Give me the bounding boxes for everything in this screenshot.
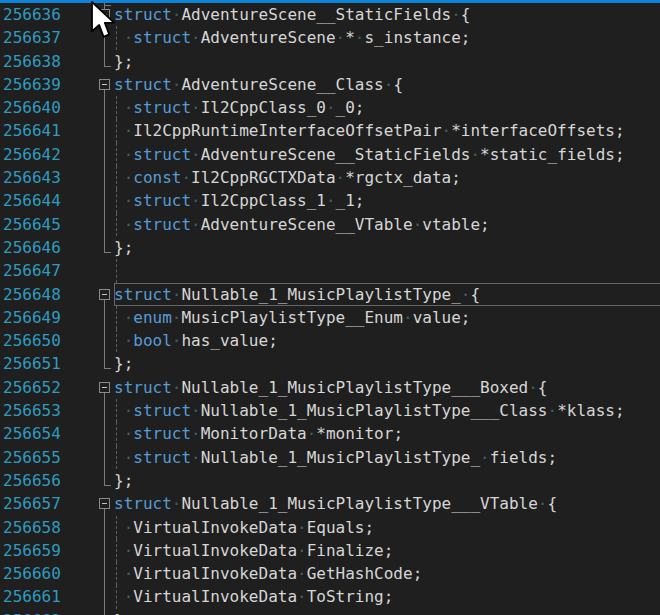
code-text[interactable]: }; <box>114 609 660 615</box>
line-number[interactable]: 256646 <box>0 236 91 259</box>
code-text[interactable]: ·VirtualInvokeData·Equals; <box>114 516 660 539</box>
indent-guide <box>116 96 117 119</box>
identifier-token: AdventureScene__VTable <box>201 215 413 234</box>
line-number[interactable]: 256639 <box>0 73 91 96</box>
line-number[interactable]: 256644 <box>0 189 91 212</box>
code-line[interactable]: 256637 ·struct·AdventureScene·*·s_instan… <box>0 26 660 49</box>
fold-toggle[interactable] <box>91 492 114 515</box>
whitespace-dot: · <box>191 448 201 467</box>
fold-margin <box>91 236 114 259</box>
code-text[interactable]: ·struct·MonitorData·*monitor; <box>114 422 660 445</box>
line-number[interactable]: 256657 <box>0 492 91 515</box>
code-text[interactable]: ·Il2CppRuntimeInterfaceOffsetPair·*inter… <box>114 119 660 142</box>
code-line[interactable]: 256643 ·const·Il2CppRGCTXData·*rgctx_dat… <box>0 166 660 189</box>
line-number[interactable]: 256645 <box>0 213 91 236</box>
indent-guide <box>116 26 117 49</box>
line-number[interactable]: 256658 <box>0 516 91 539</box>
code-line[interactable]: 256647 <box>0 259 660 282</box>
code-text[interactable]: struct·Nullable_1_MusicPlaylistType_·{ <box>114 283 660 306</box>
code-text[interactable]: ·const·Il2CppRGCTXData·*rgctx_data; <box>114 166 660 189</box>
code-line[interactable]: 256651}; <box>0 352 660 375</box>
identifier-token: MonitorData <box>201 424 307 443</box>
line-number[interactable]: 256662 <box>0 609 91 615</box>
code-line[interactable]: 256657struct·Nullable_1_MusicPlaylistTyp… <box>0 492 660 515</box>
fold-toggle[interactable] <box>91 3 114 26</box>
code-line[interactable]: 256636struct·AdventureScene__StaticField… <box>0 3 660 26</box>
code-text[interactable]: struct·AdventureScene__Class·{ <box>114 73 660 96</box>
code-text[interactable]: struct·Nullable_1_MusicPlaylistType___VT… <box>114 492 660 515</box>
code-line[interactable]: 256645 ·struct·AdventureScene__VTable·vt… <box>0 213 660 236</box>
line-number[interactable]: 256660 <box>0 562 91 585</box>
line-number[interactable]: 256641 <box>0 119 91 142</box>
code-text[interactable]: ·struct·Nullable_1_MusicPlaylistType___C… <box>114 399 660 422</box>
code-line[interactable]: 256661 ·VirtualInvokeData·ToString; <box>0 585 660 608</box>
code-text[interactable] <box>114 259 660 282</box>
line-number[interactable]: 256661 <box>0 585 91 608</box>
code-text[interactable]: ·VirtualInvokeData·ToString; <box>114 585 660 608</box>
code-line[interactable]: 256655 ·struct·Nullable_1_MusicPlaylistT… <box>0 446 660 469</box>
identifier-token: vtable; <box>422 215 489 234</box>
code-line[interactable]: 256658 ·VirtualInvokeData·Equals; <box>0 516 660 539</box>
code-text[interactable]: struct·Nullable_1_MusicPlaylistType___Bo… <box>114 376 660 399</box>
keyword-token: struct <box>114 494 172 513</box>
code-line[interactable]: 256638}; <box>0 50 660 73</box>
code-text[interactable]: ·struct·Nullable_1_MusicPlaylistType_·fi… <box>114 446 660 469</box>
identifier-token: *interfaceOffsets; <box>451 121 624 140</box>
line-number[interactable]: 256651 <box>0 352 91 375</box>
line-number[interactable]: 256650 <box>0 329 91 352</box>
code-line[interactable]: 256656}; <box>0 469 660 492</box>
line-number[interactable]: 256656 <box>0 469 91 492</box>
line-number[interactable]: 256648 <box>0 283 91 306</box>
line-number[interactable]: 256638 <box>0 50 91 73</box>
code-text[interactable]: ·struct·AdventureScene__VTable·vtable; <box>114 213 660 236</box>
code-line[interactable]: 256660 ·VirtualInvokeData·GetHashCode; <box>0 562 660 585</box>
line-number[interactable]: 256659 <box>0 539 91 562</box>
code-text[interactable]: ·bool·has_value; <box>114 329 660 352</box>
line-number[interactable]: 256643 <box>0 166 91 189</box>
fold-toggle[interactable] <box>91 376 114 399</box>
line-number[interactable]: 256653 <box>0 399 91 422</box>
fold-toggle[interactable] <box>91 73 114 96</box>
code-line[interactable]: 256650 ·bool·has_value; <box>0 329 660 352</box>
fold-minus-icon <box>99 498 110 509</box>
code-text[interactable]: }; <box>114 352 660 375</box>
code-line[interactable]: 256652struct·Nullable_1_MusicPlaylistTyp… <box>0 376 660 399</box>
line-number[interactable]: 256652 <box>0 376 91 399</box>
code-line[interactable]: 256641 ·Il2CppRuntimeInterfaceOffsetPair… <box>0 119 660 142</box>
line-number[interactable]: 256636 <box>0 3 91 26</box>
line-number[interactable]: 256649 <box>0 306 91 329</box>
code-line[interactable]: 256654 ·struct·MonitorData·*monitor; <box>0 422 660 445</box>
code-text[interactable]: ·struct·AdventureScene·*·s_instance; <box>114 26 660 49</box>
code-line[interactable]: 256648struct·Nullable_1_MusicPlaylistTyp… <box>0 283 660 306</box>
code-text[interactable]: ·struct·Il2CppClass_0·_0; <box>114 96 660 119</box>
fold-toggle[interactable] <box>91 283 114 306</box>
outline-margin-line <box>104 143 105 166</box>
line-number[interactable]: 256654 <box>0 422 91 445</box>
code-line[interactable]: 256642 ·struct·AdventureScene__StaticFie… <box>0 143 660 166</box>
code-line[interactable]: 256639struct·AdventureScene__Class·{ <box>0 73 660 96</box>
code-line[interactable]: 256659 ·VirtualInvokeData·Finalize; <box>0 539 660 562</box>
identifier-token: }; <box>114 471 133 490</box>
code-text[interactable]: }; <box>114 236 660 259</box>
code-line[interactable]: 256649 ·enum·MusicPlaylistType__Enum·val… <box>0 306 660 329</box>
code-text[interactable]: }; <box>114 50 660 73</box>
code-text[interactable]: ·enum·MusicPlaylistType__Enum·value; <box>114 306 660 329</box>
code-text[interactable]: ·VirtualInvokeData·GetHashCode; <box>114 562 660 585</box>
line-number[interactable]: 256647 <box>0 259 91 282</box>
code-text[interactable]: struct·AdventureScene__StaticFields·{ <box>114 3 660 26</box>
keyword-token: struct <box>114 378 172 397</box>
keyword-token: enum <box>133 308 172 327</box>
line-number[interactable]: 256640 <box>0 96 91 119</box>
line-number[interactable]: 256642 <box>0 143 91 166</box>
code-line[interactable]: 256653 ·struct·Nullable_1_MusicPlaylistT… <box>0 399 660 422</box>
code-text[interactable]: ·struct·AdventureScene__StaticFields·*st… <box>114 143 660 166</box>
code-text[interactable]: ·VirtualInvokeData·Finalize; <box>114 539 660 562</box>
code-text[interactable]: ·struct·Il2CppClass_1·_1; <box>114 189 660 212</box>
line-number[interactable]: 256655 <box>0 446 91 469</box>
code-line[interactable]: 256644 ·struct·Il2CppClass_1·_1; <box>0 189 660 212</box>
code-line[interactable]: 256662}; <box>0 609 660 615</box>
line-number[interactable]: 256637 <box>0 26 91 49</box>
code-line[interactable]: 256640 ·struct·Il2CppClass_0·_0; <box>0 96 660 119</box>
code-text[interactable]: }; <box>114 469 660 492</box>
code-line[interactable]: 256646}; <box>0 236 660 259</box>
